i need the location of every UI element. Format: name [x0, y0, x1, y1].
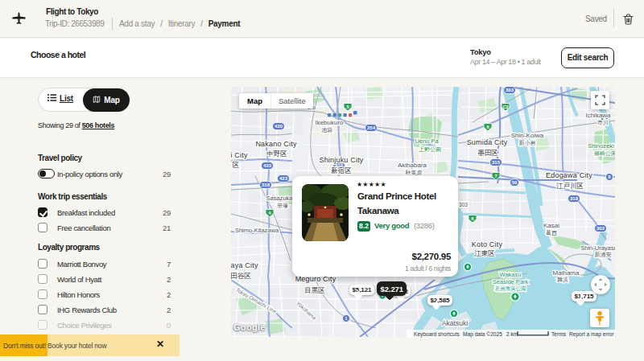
svg-text:303: 303 — [459, 202, 468, 207]
svg-text:Shin-Koiwa: Shin-Koiwa — [511, 132, 544, 139]
svg-text:Akatsuki: Akatsuki — [442, 319, 468, 327]
svg-text:Ueno Pa: Ueno Pa — [415, 137, 439, 145]
svg-text:Shimo-Kitazawa: Shimo-Kitazawa — [235, 227, 279, 234]
svg-text:中野区: 中野区 — [266, 150, 287, 158]
svg-text:i City: i City — [231, 151, 248, 159]
svg-text:Koto City: Koto City — [472, 240, 503, 248]
svg-text:50: 50 — [512, 180, 518, 185]
svg-text:新宿区: 新宿区 — [331, 166, 352, 174]
svg-text:318: 318 — [262, 183, 270, 187]
svg-text:秋葉原: 秋葉原 — [406, 170, 423, 175]
svg-text:上野公園: 上野公園 — [419, 146, 441, 153]
svg-text:江戸川区: 江戸川区 — [556, 182, 584, 190]
svg-text:6: 6 — [486, 125, 489, 129]
svg-text:Kasai: Kasai — [543, 222, 559, 229]
svg-text:433: 433 — [263, 163, 272, 168]
svg-text:Shinozeki P: Shinozeki P — [588, 142, 615, 150]
svg-text:gaya City: gaya City — [231, 261, 258, 269]
svg-text:315: 315 — [492, 160, 501, 165]
svg-text:Seaside Park: Seaside Park — [493, 278, 529, 285]
svg-text:葛西: 葛西 — [546, 230, 557, 236]
svg-text:318: 318 — [570, 196, 579, 201]
svg-text:6: 6 — [471, 216, 473, 221]
svg-text:Ichikawa: Ichikawa — [585, 112, 611, 119]
svg-text:5: 5 — [346, 105, 349, 109]
svg-text:江東区: 江東区 — [474, 249, 495, 257]
svg-text:区: 区 — [233, 161, 240, 169]
svg-text:若洲海浜公園: 若洲海浜公園 — [495, 285, 526, 292]
svg-text:田谷区: 田谷区 — [231, 272, 251, 280]
svg-text:Shin-Urayasu: Shin-Urayasu — [580, 244, 615, 252]
svg-text:新浦安: 新浦安 — [595, 251, 612, 258]
svg-text:篠崎公園: 篠崎公園 — [594, 150, 615, 157]
svg-text:市川: 市川 — [597, 119, 609, 125]
svg-text:Akihabara: Akihabara — [398, 162, 427, 169]
svg-text:舞浜: 舞浜 — [557, 277, 568, 283]
svg-text:池袋: 池袋 — [321, 127, 332, 133]
svg-text:Wakasu: Wakasu — [500, 271, 522, 278]
svg-text:Shinjuku City: Shinjuku City — [319, 156, 363, 164]
svg-text:Sasazuka: Sasazuka — [266, 195, 294, 202]
svg-text:目黒区: 目黒区 — [304, 286, 325, 294]
svg-text:Edogawa City: Edogawa City — [546, 171, 592, 179]
svg-text:新小岩: 新小岩 — [519, 139, 536, 146]
svg-text:423: 423 — [279, 176, 288, 181]
svg-text:C2: C2 — [502, 105, 508, 109]
svg-text:Nakano City: Nakano City — [255, 140, 297, 148]
svg-text:7: 7 — [494, 174, 497, 178]
svg-text:墨田区: 墨田区 — [477, 149, 498, 157]
svg-text:430: 430 — [275, 124, 283, 129]
svg-text:笹塚: 笹塚 — [277, 203, 288, 208]
svg-text:Maihama: Maihama — [553, 269, 580, 277]
svg-text:254: 254 — [367, 125, 376, 130]
svg-text:303: 303 — [506, 88, 514, 92]
svg-text:Ikebukuro: Ikebukuro — [315, 119, 344, 126]
svg-text:302: 302 — [597, 226, 605, 231]
svg-text:Sumida City: Sumida City — [467, 138, 508, 146]
